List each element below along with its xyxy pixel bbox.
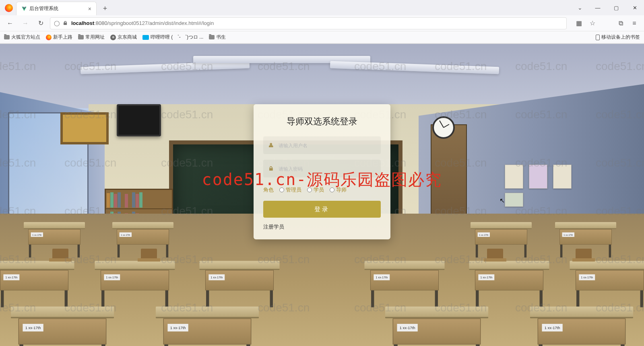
password-field-wrapper: 🔒︎ <box>263 160 381 177</box>
login-title: 导师双选系统登录 <box>263 115 381 128</box>
window-controls: ⌄ ― ▢ ✕ <box>574 0 644 15</box>
bookmark-star-icon[interactable]: ☆ <box>587 18 598 29</box>
role-option-mentor[interactable]: 导师 <box>330 186 347 194</box>
login-panel: 导师双选系统登录 👤︎ 🔒︎ 角色 管理员 学员 导师 登录 注册学员 <box>254 104 390 239</box>
extensions-icon[interactable]: ⧉ <box>615 18 626 29</box>
window-close-button[interactable]: ✕ <box>625 1 644 14</box>
lock-icon: 🔒︎ <box>268 165 275 172</box>
role-radio-student[interactable] <box>307 187 312 192</box>
bookmark-item-common-sites[interactable]: 常用网址 <box>78 34 105 41</box>
role-option-admin[interactable]: 管理员 <box>279 186 301 194</box>
firefox-icon <box>46 35 52 40</box>
window-minimize-button[interactable]: ― <box>588 1 607 14</box>
role-radio-mentor[interactable] <box>330 187 334 192</box>
browser-chrome: 后台管理系统 × + ⌄ ― ▢ ✕ ← → ↻ ◯ 🔒︎ localhost:… <box>0 0 644 44</box>
role-radio-admin[interactable] <box>279 187 284 192</box>
bookmark-bar: 火狐官方站点 新手上路 常用网址 ⊕京东商城 哔哩哔哩 ( ゜- ゜)つロ ..… <box>0 31 644 43</box>
shield-icon: ◯ <box>54 20 60 26</box>
nav-back-button[interactable]: ← <box>4 17 16 29</box>
window-maximize-button[interactable]: ▢ <box>607 1 625 14</box>
vue-icon <box>21 6 27 12</box>
firefox-icon <box>5 4 13 12</box>
user-icon: 👤︎ <box>268 142 275 148</box>
url-bar[interactable]: ◯ 🔒︎ localhost:8080 /springboot05127/adm… <box>50 17 567 29</box>
bilibili-icon <box>142 35 149 40</box>
bookmark-item-bilibili[interactable]: 哔哩哔哩 ( ゜- ゜)つロ ... <box>142 34 203 41</box>
globe-icon: ⊕ <box>110 35 116 40</box>
role-option-student[interactable]: 学员 <box>307 186 324 194</box>
login-button[interactable]: 登录 <box>263 201 381 218</box>
bookmark-item-shusheng[interactable]: 书生 <box>209 34 226 41</box>
role-row: 角色 管理员 学员 导师 <box>263 186 381 194</box>
new-tab-button[interactable]: + <box>99 2 111 14</box>
bookmark-item-jd[interactable]: ⊕京东商城 <box>110 34 137 41</box>
tab-title: 后台管理系统 <box>29 5 86 12</box>
browser-tab-active[interactable]: 后台管理系统 × <box>16 2 97 15</box>
username-field-wrapper: 👤︎ <box>263 136 381 154</box>
nav-refresh-button[interactable]: ↻ <box>35 17 47 29</box>
mobile-icon <box>596 35 600 40</box>
qr-icon[interactable]: ▦ <box>573 18 584 29</box>
username-input[interactable] <box>279 142 376 148</box>
nav-bar: ← → ↻ ◯ 🔒︎ localhost:8080 /springboot051… <box>0 15 644 31</box>
bookmark-item-getting-started[interactable]: 新手上路 <box>46 34 72 41</box>
bookmark-item-firefox-official[interactable]: 火狐官方站点 <box>4 34 40 41</box>
nav-forward-button[interactable]: → <box>19 17 31 29</box>
folder-icon <box>209 35 215 39</box>
tab-strip: 后台管理系统 × + ⌄ ― ▢ ✕ <box>0 0 644 15</box>
folder-icon <box>78 35 84 39</box>
hamburger-menu-icon[interactable]: ≡ <box>629 18 640 29</box>
lock-icon: 🔒︎ <box>62 20 68 26</box>
register-link[interactable]: 注册学员 <box>263 223 381 231</box>
clock-icon <box>432 116 455 139</box>
page-content: 1 xx-17th 1 xx-17th 1 xx-17th 1 xx-17th … <box>0 44 644 346</box>
tab-dropdown-icon[interactable]: ⌄ <box>574 4 586 11</box>
folder-icon <box>4 35 10 39</box>
url-path: /springboot05127/admin/dist/index.html#/… <box>107 20 214 26</box>
url-host: localhost:8080 <box>71 20 107 26</box>
role-label: 角色 <box>263 186 274 194</box>
password-input[interactable] <box>279 166 376 172</box>
tab-close-icon[interactable]: × <box>88 6 91 12</box>
bookmark-mobile[interactable]: 移动设备上的书签 <box>596 34 640 41</box>
